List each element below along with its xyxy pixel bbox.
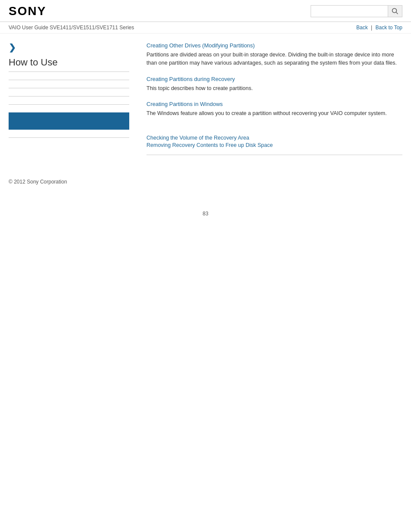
sidebar-divider-3	[9, 96, 129, 96]
main-content: ❯ How to Use Creating Other Drives (Modi…	[0, 34, 411, 170]
sidebar: ❯ How to Use	[9, 42, 138, 162]
sidebar-divider-2	[9, 88, 129, 88]
nav-links: Back | Back to Top	[356, 25, 402, 31]
sub-header: VAIO User Guide SVE1411/SVE1511/SVE1711 …	[0, 22, 411, 34]
topic-desc-creating-partitions-recovery: This topic describes how to create parti…	[146, 84, 402, 93]
spacer	[146, 126, 402, 135]
content-divider	[146, 155, 402, 155]
svg-point-0	[392, 9, 397, 13]
sidebar-divider-5	[9, 137, 129, 138]
svg-line-1	[396, 12, 398, 14]
back-link[interactable]: Back	[356, 25, 368, 31]
sidebar-title: How to Use	[9, 57, 129, 72]
nav-separator: |	[371, 25, 372, 31]
search-button[interactable]	[388, 5, 402, 17]
sidebar-blue-block	[9, 112, 129, 130]
search-icon	[392, 8, 399, 15]
content-area: Creating Other Drives (Modifying Partiti…	[138, 42, 402, 162]
topic-desc-creating-partitions-windows: The Windows feature allows you to create…	[146, 109, 402, 118]
topic-creating-partitions-windows: Creating Partitions in Windows The Windo…	[146, 101, 402, 118]
search-box	[311, 5, 402, 17]
search-input[interactable]	[311, 5, 388, 17]
sidebar-divider-4	[9, 104, 129, 105]
header: SONY	[0, 0, 411, 22]
copyright: © 2012 Sony Corporation	[9, 179, 402, 185]
topic-title-creating-partitions-recovery[interactable]: Creating Partitions during Recovery	[146, 76, 402, 82]
topic-title-creating-other-drives[interactable]: Creating Other Drives (Modifying Partiti…	[146, 42, 402, 49]
page-number: 83	[0, 211, 411, 221]
topic-title-creating-partitions-windows[interactable]: Creating Partitions in Windows	[146, 101, 402, 107]
links-section: Checking the Volume of the Recovery Area…	[146, 135, 402, 148]
guide-title: VAIO User Guide SVE1411/SVE1511/SVE1711 …	[9, 25, 134, 31]
chevron-right-icon: ❯	[9, 42, 129, 53]
back-to-top-link[interactable]: Back to Top	[376, 25, 402, 31]
sidebar-divider-1	[9, 80, 129, 80]
link-removing-recovery[interactable]: Removing Recovery Contents to Free up Di…	[146, 142, 402, 148]
page-footer: © 2012 Sony Corporation	[0, 170, 411, 198]
topic-creating-other-drives: Creating Other Drives (Modifying Partiti…	[146, 42, 402, 67]
topic-desc-creating-other-drives: Partitions are divided areas on your bui…	[146, 51, 402, 67]
sony-logo: SONY	[9, 4, 46, 18]
topic-creating-partitions-recovery: Creating Partitions during Recovery This…	[146, 76, 402, 93]
link-checking-volume[interactable]: Checking the Volume of the Recovery Area	[146, 135, 402, 141]
